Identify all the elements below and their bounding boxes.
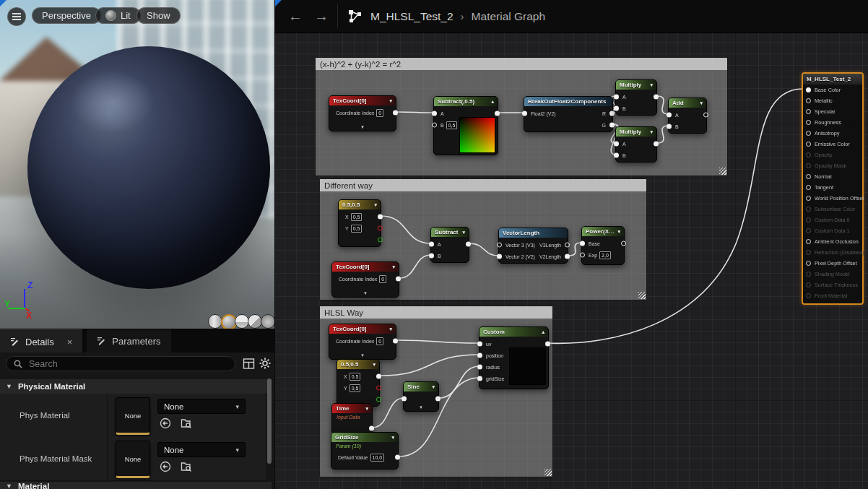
asset-dropdown[interactable]: None ▾ <box>157 399 246 414</box>
material-input-pin[interactable] <box>806 142 811 147</box>
output-pin[interactable] <box>654 142 659 147</box>
input-pin[interactable] <box>667 124 672 129</box>
preview-shape-plane-button[interactable] <box>235 314 249 329</box>
input-pin[interactable] <box>614 106 619 111</box>
node-collapse-chevron[interactable]: ▾ <box>615 229 620 235</box>
node-expand-chevron[interactable]: ▾ <box>332 290 399 297</box>
breadcrumb-asset-name[interactable]: M_HLSL_Test_2 <box>370 10 453 23</box>
input-pin[interactable] <box>614 142 619 147</box>
asset-thumbnail[interactable]: None <box>116 441 150 478</box>
comment-resize-handle[interactable] <box>719 168 726 175</box>
material-input-pin[interactable] <box>806 239 811 244</box>
node-collapse-chevron[interactable]: ▾ <box>460 230 465 235</box>
material-input-pin[interactable] <box>806 163 811 168</box>
node-header[interactable]: Multiply▾ <box>616 80 656 90</box>
material-input-pin[interactable] <box>806 120 811 125</box>
output-pin[interactable] <box>378 215 383 220</box>
output-pin[interactable] <box>495 111 500 116</box>
node-collapse-chevron[interactable]: ▾ <box>430 384 435 390</box>
input-pin[interactable] <box>614 153 619 158</box>
material-input-pin[interactable] <box>806 131 811 136</box>
value-box[interactable]: 0,5 <box>351 213 363 221</box>
node-header[interactable]: 0.5,0.5▾ <box>339 200 381 209</box>
use-selected-asset-icon[interactable] <box>160 461 171 472</box>
node-collapse-chevron[interactable]: ▾ <box>390 264 395 270</box>
material-input-pin[interactable] <box>806 250 811 255</box>
node-collapse-chevron[interactable]: ▾ <box>648 129 653 135</box>
node-collapse-chevron[interactable]: ▾ <box>698 100 703 106</box>
settings-gear-icon[interactable] <box>259 357 272 370</box>
output-pin[interactable] <box>654 95 659 100</box>
node-collapse-chevron[interactable]: ▴ <box>489 99 494 105</box>
input-pin[interactable] <box>522 111 527 116</box>
output-pin-row[interactable]: Emissive Color <box>803 139 862 150</box>
material-input-pin[interactable] <box>806 217 811 222</box>
output-pin[interactable] <box>395 455 400 460</box>
material-input-pin[interactable] <box>806 185 811 190</box>
node-texcoord-3[interactable]: TexCoord[0]▾Coordinate Index0▾ <box>329 324 396 360</box>
input-pin[interactable] <box>432 123 437 128</box>
output-pin-row[interactable]: Roughness <box>803 117 862 128</box>
material-input-pin[interactable] <box>806 282 811 287</box>
output-pin[interactable] <box>393 111 398 116</box>
node-const-0505-a[interactable]: 0.5,0.5▾X0,5Y0,5 <box>338 199 381 247</box>
output-pin-row[interactable]: Opacity Mask <box>803 160 862 171</box>
browse-to-asset-icon[interactable] <box>181 417 192 429</box>
output-pin-row[interactable]: Opacity <box>803 150 862 160</box>
value-box[interactable]: 0 <box>376 109 383 117</box>
input-pin[interactable] <box>614 95 619 100</box>
preview-shape-cube-button[interactable] <box>248 314 262 329</box>
comment-title[interactable]: Different way <box>320 179 646 191</box>
lit-button[interactable]: Lit <box>95 7 141 24</box>
value-box[interactable]: 10,0 <box>370 454 385 462</box>
input-pin[interactable] <box>477 342 482 347</box>
output-pin-row[interactable]: Surface Thickness <box>803 280 862 290</box>
value-box[interactable]: 2,0 <box>599 251 611 259</box>
node-collapse-chevron[interactable]: ▾ <box>370 362 376 368</box>
material-input-pin[interactable] <box>806 272 811 277</box>
tab-details[interactable]: Details × <box>0 329 82 353</box>
show-button[interactable]: Show <box>136 7 181 24</box>
output-pin-row[interactable]: Ambient Occlusion <box>803 236 862 247</box>
forward-arrow-button[interactable]: → <box>311 6 331 26</box>
back-arrow-button[interactable]: ← <box>285 6 305 26</box>
node-collapse-chevron[interactable]: ▾ <box>387 326 392 332</box>
output-pin-row[interactable]: Specular <box>803 106 862 117</box>
node-sine[interactable]: Sine▾▾ <box>403 381 439 412</box>
input-pin[interactable] <box>667 113 672 118</box>
input-pin[interactable] <box>580 253 585 258</box>
property-matrix-icon[interactable] <box>243 358 255 370</box>
node-header[interactable]: Add▾ <box>669 98 706 108</box>
output-pin-row[interactable]: Anisotropy <box>803 128 862 139</box>
preview-viewport[interactable]: Perspective Lit Show Z Y X <box>0 0 274 329</box>
node-header[interactable]: Subtract(,0.5)▴ <box>434 97 498 106</box>
material-input-pin[interactable] <box>806 293 811 298</box>
viewport-menu-button[interactable] <box>7 7 26 26</box>
output-pin-row[interactable]: Refraction (Disabled) <box>803 247 862 258</box>
node-subtract-05[interactable]: Subtract(,0.5)▴AB0,5 <box>433 96 498 155</box>
node-collapse-chevron[interactable]: ▾ <box>648 82 653 88</box>
section-material[interactable]: ▼ Material <box>0 482 272 489</box>
section-collapse-icon[interactable]: ▼ <box>6 383 12 390</box>
output-pin[interactable] <box>396 277 401 282</box>
output-pin[interactable] <box>545 342 550 347</box>
preview-shape-mesh-button[interactable] <box>261 314 274 329</box>
output-pin-row[interactable]: Custom Data 1 <box>803 225 862 236</box>
material-input-pin[interactable] <box>806 87 811 92</box>
output-pin[interactable] <box>466 242 471 247</box>
output-pin[interactable] <box>393 339 398 344</box>
node-const-0505-b[interactable]: 0.5,0.5▾X0,5Y0,5 <box>337 359 380 407</box>
node-breakout-float2[interactable]: BreakOutFloat2ComponentsFloat2 (V2)RG <box>524 96 613 132</box>
comment-title[interactable]: HLSL Way <box>320 306 552 319</box>
output-pin-row[interactable]: Tangent <box>803 182 862 193</box>
asset-thumbnail[interactable]: None <box>116 397 150 435</box>
value-box[interactable]: 0,5 <box>351 225 363 233</box>
material-input-pin[interactable] <box>806 109 811 114</box>
node-header[interactable]: Multiply▾ <box>616 127 656 137</box>
details-scrollbar[interactable] <box>267 377 272 485</box>
output-pin[interactable] <box>378 226 383 231</box>
value-box[interactable]: 0 <box>379 275 386 283</box>
browse-to-asset-icon[interactable] <box>181 461 192 472</box>
node-power[interactable]: Power(X, 2)▾BaseExp2,0 <box>581 226 625 265</box>
output-pin-row[interactable]: Subsurface Color <box>803 204 862 215</box>
